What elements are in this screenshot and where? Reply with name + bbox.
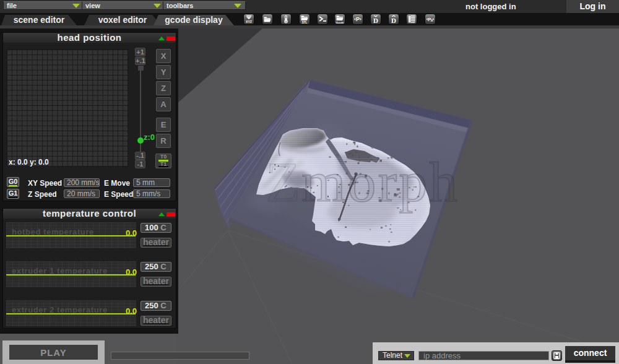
svg-text:D: D [391, 17, 396, 24]
svg-text:morph: morph [301, 150, 459, 214]
svg-text:Gcode: Gcode [335, 21, 344, 24]
svg-text:A: A [431, 19, 433, 22]
svg-text:D: D [373, 17, 378, 24]
svg-text:Z: Z [266, 150, 300, 214]
svg-text:STL: STL [302, 21, 308, 24]
svg-text:XYZ: XYZ [246, 20, 253, 24]
svg-text:P: P [356, 16, 360, 22]
